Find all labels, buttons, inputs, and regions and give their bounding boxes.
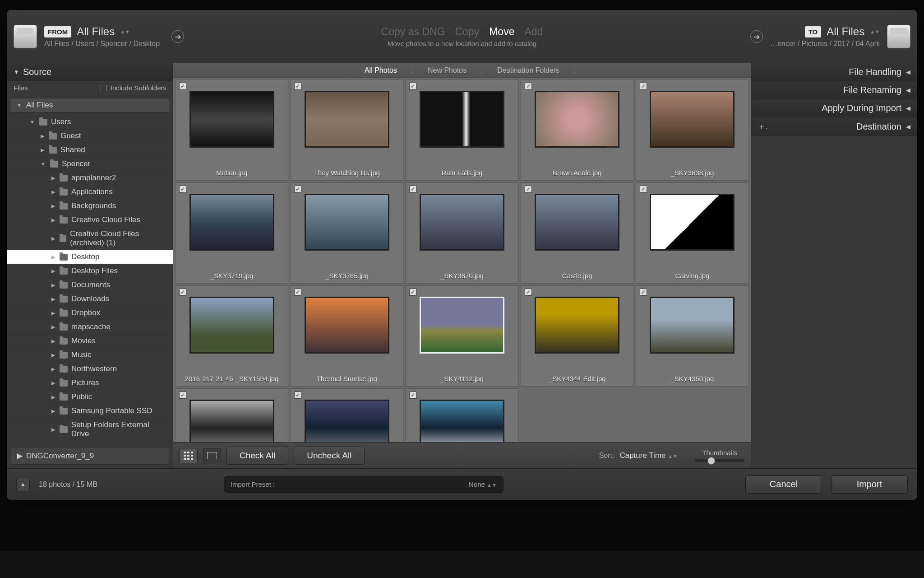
section-apply-during-import[interactable]: Apply During Import◀ [751, 99, 917, 117]
section-file-handling[interactable]: File Handling◀ [751, 63, 917, 81]
thumbnail-checkbox[interactable]: ✓ [179, 83, 186, 90]
action-add[interactable]: Add [524, 26, 543, 38]
folder-item[interactable]: ▶Northwestern [7, 362, 173, 376]
thumbnail-checkbox[interactable]: ✓ [294, 289, 301, 296]
folder-item[interactable]: ▶Movies [7, 334, 173, 348]
thumbnail-cell[interactable]: ✓Brown Anole.jpg [521, 79, 634, 181]
folder-item[interactable]: ▶Dropbox [7, 306, 173, 320]
thumbnail-slider[interactable] [695, 459, 744, 462]
folder-item[interactable]: ▶Desktop Files [7, 264, 173, 278]
thumbnail-cell[interactable]: ✓_SKY3719.jpg [175, 182, 288, 284]
thumbnail-checkbox[interactable]: ✓ [640, 83, 647, 90]
all-files-root[interactable]: ▼ All Files [10, 98, 170, 112]
check-all-button[interactable]: Check All [226, 447, 288, 465]
plus-icon[interactable]: ＋. [758, 121, 768, 132]
thumbnail-filename: Carving.jpg [675, 272, 709, 280]
thumbnail-cell[interactable]: ✓ [290, 388, 403, 442]
thumbnail-checkbox[interactable]: ✓ [179, 289, 186, 296]
arrow-right-icon[interactable]: ➔ [171, 30, 184, 43]
action-move[interactable]: Move [489, 26, 514, 38]
thumbnail-cell[interactable]: ✓Castle.jpg [521, 182, 634, 284]
thumbnail-image [535, 297, 619, 354]
folder-item[interactable]: ▶Music [7, 348, 173, 362]
thumbnail-checkbox[interactable]: ✓ [525, 186, 532, 193]
thumbnail-checkbox[interactable]: ✓ [294, 83, 301, 90]
action-copy-dng[interactable]: Copy as DNG [381, 26, 445, 38]
folder-item[interactable]: ▶Creative Cloud Files (archived) (1) [7, 227, 173, 250]
minimize-icon[interactable]: ▲ [16, 478, 30, 491]
thumbnail-cell[interactable]: ✓_SKY4112.jpg [405, 285, 518, 387]
grid-view-icon[interactable] [180, 448, 198, 463]
thumbnail-cell[interactable]: ✓ [175, 388, 288, 442]
thumbnail-cell[interactable]: ✓_SKY3765.jpg [290, 182, 403, 284]
thumbnail-checkbox[interactable]: ✓ [179, 392, 186, 399]
cancel-button[interactable]: Cancel [745, 475, 822, 494]
folder-item[interactable]: ▶Public [7, 390, 173, 404]
folder-item[interactable]: ▶Setup Folders External Drive [7, 418, 173, 441]
folder-item[interactable]: ▶Creative Cloud Files [7, 213, 173, 227]
thumbnail-cell[interactable]: ✓_SKY3638.jpg [636, 79, 749, 181]
folder-label: Applications [71, 187, 113, 196]
thumbnail-cell[interactable]: ✓Motion.jpg [175, 79, 288, 181]
folder-item[interactable]: ▶Shared [7, 143, 173, 157]
import-preset-dropdown[interactable]: Import Preset : None ▲▼ [224, 476, 504, 493]
thumbnail-cell[interactable]: ✓_SKY3870.jpg [405, 182, 518, 284]
folder-item[interactable]: ▶Documents [7, 278, 173, 292]
sort-dropdown[interactable]: Capture Time ▲▼ [619, 451, 678, 460]
thumbnail-checkbox[interactable]: ✓ [294, 392, 301, 399]
uncheck-all-button[interactable]: Uncheck All [294, 447, 365, 465]
folder-item[interactable]: ▶apmplanner2 [7, 171, 173, 185]
thumbnail-cell[interactable]: ✓_SKY4344-Edit.jpg [521, 285, 634, 387]
thumbnail-cell[interactable]: ✓ [405, 388, 518, 442]
thumbnail-filename: _SKY3870.jpg [440, 272, 484, 280]
dng-converter-item[interactable]: ▶ DNGConverter_9_9 [11, 447, 169, 465]
thumbnail-cell[interactable]: ✓Carving.jpg [636, 182, 749, 284]
thumbnail-cell[interactable]: ✓Rain Falls.jpg [405, 79, 518, 181]
tab-all-photos[interactable]: All Photos [365, 66, 397, 75]
from-location[interactable]: All Files [77, 25, 115, 38]
folder-item[interactable]: ▶Backgrounds [7, 199, 173, 213]
from-block[interactable]: FROM All Files ▲▼ All Files / Users / Sp… [14, 25, 184, 48]
folder-item[interactable]: ▶Applications [7, 185, 173, 199]
tab-destination-folders[interactable]: Destination Folders [497, 66, 559, 75]
thumbnail-image [305, 194, 389, 251]
thumbnail-checkbox[interactable]: ✓ [409, 289, 416, 296]
thumbnail-cell[interactable]: ✓_SKY4350.jpg [636, 285, 749, 387]
thumbnail-cell[interactable]: ✓Thermal Sunrise.jpg [290, 285, 403, 387]
loupe-view-icon[interactable] [203, 448, 221, 463]
folder-item[interactable]: ▶Desktop [7, 250, 173, 264]
include-subfolders-checkbox[interactable] [101, 85, 107, 91]
to-location[interactable]: All Files [827, 25, 864, 38]
folder-item[interactable]: ▶Pictures [7, 376, 173, 390]
thumbnail-cell[interactable]: ✓They Watching Us.jpg [290, 79, 403, 181]
include-subfolders-label: Include Subfolders [111, 84, 166, 92]
thumbnail-checkbox[interactable]: ✓ [525, 83, 532, 90]
arrow-right-icon[interactable]: ➔ [750, 30, 763, 43]
thumbnail-checkbox[interactable]: ✓ [640, 186, 647, 193]
folder-icon [60, 338, 68, 345]
thumbnail-checkbox[interactable]: ✓ [409, 392, 416, 399]
import-button[interactable]: Import [831, 475, 908, 494]
thumbnail-checkbox[interactable]: ✓ [409, 83, 416, 90]
folder-item[interactable]: ▶Sites [7, 441, 173, 443]
thumbnail-checkbox[interactable]: ✓ [179, 186, 186, 193]
source-header[interactable]: ▼ Source [7, 63, 173, 81]
folder-item[interactable]: ▶mapscache [7, 320, 173, 334]
folder-item[interactable]: ▶Samsung Portable SSD [7, 404, 173, 418]
section-file-renaming[interactable]: File Renaming◀ [751, 81, 917, 99]
thumbnail-cell[interactable]: ✓2016-217-21-45-_SKY1594.jpg [175, 285, 288, 387]
thumbnail-checkbox[interactable]: ✓ [294, 186, 301, 193]
tab-new-photos[interactable]: New Photos [428, 66, 467, 75]
thumbnail-checkbox[interactable]: ✓ [640, 289, 647, 296]
thumbnail-checkbox[interactable]: ✓ [409, 186, 416, 193]
folder-item[interactable]: ▼Users [7, 115, 173, 129]
thumbnail-checkbox[interactable]: ✓ [525, 289, 532, 296]
action-copy[interactable]: Copy [455, 26, 479, 38]
folder-item[interactable]: ▶Guest [7, 129, 173, 143]
folder-item[interactable]: ▼Spencer [7, 157, 173, 171]
grid-panel: ⋮ All Photos ⋮ New Photos ⋮ Destination … [173, 63, 751, 468]
folder-item[interactable]: ▶Downloads [7, 292, 173, 306]
section-destination[interactable]: ＋. Destination◀ [751, 117, 917, 136]
folder-tree[interactable]: ▼Users▶Guest▶Shared▼Spencer▶apmplanner2▶… [7, 115, 173, 443]
to-block[interactable]: ➔ TO All Files ▲▼ …encer / Pictures / 20… [746, 25, 910, 48]
